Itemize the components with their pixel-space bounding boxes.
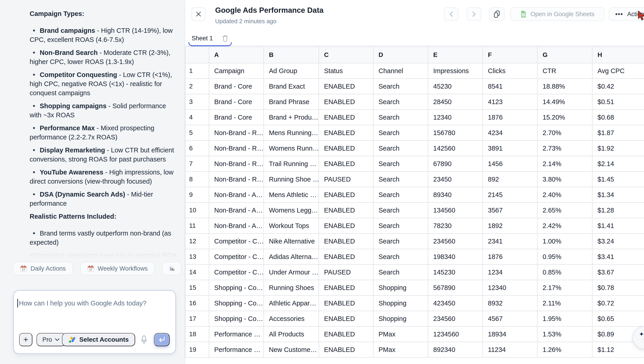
cell-F14[interactable]: 1234 — [483, 264, 537, 280]
cell-B10[interactable]: Womens Legg… — [264, 202, 319, 218]
cell-H14[interactable]: $3.67 — [592, 264, 644, 280]
row-number[interactable]: 10 — [185, 202, 209, 218]
cell-E17[interactable]: 234560 — [428, 311, 483, 326]
chat-composer[interactable]: How can I help you with Google Ads today… — [13, 290, 176, 354]
column-header-B[interactable]: B — [264, 47, 319, 63]
column-header-G[interactable]: G — [537, 47, 592, 63]
daily-actions-chip[interactable]: 17 Daily Actions — [13, 262, 73, 275]
trash-icon[interactable] — [222, 35, 228, 42]
column-header-E[interactable]: E — [428, 47, 483, 63]
cell-F15[interactable]: 12340 — [483, 280, 537, 296]
cell-D12[interactable]: Search — [373, 234, 428, 249]
cell-B13[interactable]: Adidas Alterna… — [264, 249, 319, 264]
cell-F1[interactable]: Clicks — [483, 63, 537, 78]
select-accounts-button[interactable]: Select Accounts — [62, 333, 135, 346]
cell-C4[interactable]: ENABLED — [319, 110, 373, 125]
cell-D2[interactable]: Search — [373, 78, 428, 94]
cell-G16[interactable]: 2.11% — [537, 296, 592, 311]
cell-A10[interactable]: Non-Brand - A… — [209, 202, 264, 218]
cell-C16[interactable]: ENABLED — [319, 296, 373, 311]
cell-B2[interactable]: Brand Exact — [264, 78, 319, 94]
microphone-icon[interactable] — [140, 335, 149, 345]
row-number[interactable]: 16 — [185, 296, 209, 311]
cell-F2[interactable]: 8541 — [483, 78, 537, 94]
cell-B15[interactable]: Running Shoes — [264, 280, 319, 296]
cell-E1[interactable]: Impressions — [428, 63, 483, 78]
cell-G3[interactable]: 14.49% — [537, 94, 592, 110]
cell-E14[interactable]: 145230 — [428, 264, 483, 280]
cell-F3[interactable]: 4123 — [483, 94, 537, 110]
cell-E9[interactable]: 89340 — [428, 187, 483, 202]
cell-E6[interactable]: 142560 — [428, 140, 483, 156]
row-number[interactable]: 5 — [185, 125, 209, 140]
cell-A12[interactable]: Competitor - C… — [209, 234, 264, 249]
cell-D3[interactable]: Search — [373, 94, 428, 110]
cell-D4[interactable]: Search — [373, 110, 428, 125]
cell-C3[interactable]: ENABLED — [319, 94, 373, 110]
cell-B19[interactable]: New Custome… — [264, 342, 319, 358]
cell-F13[interactable]: 1876 — [483, 249, 537, 264]
cell-D8[interactable]: Search — [373, 172, 428, 187]
cell-E3[interactable]: 28450 — [428, 94, 483, 110]
cell-A1[interactable]: Campaign — [209, 63, 264, 78]
cell-D5[interactable]: Search — [373, 125, 428, 140]
cell-F16[interactable]: 8932 — [483, 296, 537, 311]
cell-C17[interactable]: ENABLED — [319, 311, 373, 326]
cell-E4[interactable]: 12340 — [428, 110, 483, 125]
weekly-workflows-chip[interactable]: 17 Weekly Workflows — [81, 262, 155, 275]
cell-H10[interactable]: $1.28 — [592, 202, 644, 218]
cell-H5[interactable]: $1.87 — [592, 125, 644, 140]
row-number[interactable]: 3 — [185, 94, 209, 110]
cell-B14[interactable]: Under Armour … — [264, 264, 319, 280]
cell-H15[interactable]: $0.78 — [592, 280, 644, 296]
cell-F11[interactable]: 1892 — [483, 218, 537, 234]
cell-D9[interactable]: Search — [373, 187, 428, 202]
cell-B18[interactable]: All Products — [264, 326, 319, 342]
row-number[interactable]: 9 — [185, 187, 209, 202]
cell-G7[interactable]: 2.14% — [537, 156, 592, 172]
cell-D14[interactable]: Search — [373, 264, 428, 280]
cell-E16[interactable]: 423450 — [428, 296, 483, 311]
cell-E5[interactable]: 156780 — [428, 125, 483, 140]
cell-G6[interactable]: 2.73% — [537, 140, 592, 156]
cell-C5[interactable]: ENABLED — [319, 125, 373, 140]
cell-A16[interactable]: Shopping - Co… — [209, 296, 264, 311]
cell-F17[interactable]: 4567 — [483, 311, 537, 326]
cell-C9[interactable]: ENABLED — [319, 187, 373, 202]
cell-C10[interactable]: ENABLED — [319, 202, 373, 218]
cell-G15[interactable]: 2.17% — [537, 280, 592, 296]
cell-F6[interactable]: 3891 — [483, 140, 537, 156]
column-header-D[interactable]: D — [373, 47, 428, 63]
cell-H1[interactable]: Avg CPC — [592, 63, 644, 78]
reports-chip[interactable] — [162, 262, 181, 275]
cell-G1[interactable]: CTR — [537, 63, 592, 78]
cell-G17[interactable]: 1.95% — [537, 311, 592, 326]
column-header-F[interactable]: F — [483, 47, 537, 63]
row-number[interactable]: 18 — [185, 326, 209, 342]
column-header-H[interactable]: H — [592, 47, 644, 63]
cell-C19[interactable]: ENABLED — [319, 342, 373, 358]
column-header-C[interactable]: C — [319, 47, 373, 63]
row-number[interactable]: 15 — [185, 280, 209, 296]
cell-B16[interactable]: Athletic Appar… — [264, 296, 319, 311]
cell-C2[interactable]: ENABLED — [319, 78, 373, 94]
cell-H6[interactable]: $1.92 — [592, 140, 644, 156]
previous-button[interactable] — [444, 7, 458, 21]
row-number[interactable]: 12 — [185, 234, 209, 249]
copy-button[interactable] — [489, 7, 504, 21]
row-number[interactable]: 11 — [185, 218, 209, 234]
cell-E18[interactable]: 1234560 — [428, 326, 483, 342]
cell-A5[interactable]: Non-Brand - R… — [209, 125, 264, 140]
cell-H12[interactable]: $3.24 — [592, 234, 644, 249]
cell-E11[interactable]: 78230 — [428, 218, 483, 234]
cell-F8[interactable]: 892 — [483, 172, 537, 187]
cell-A13[interactable]: Competitor - C… — [209, 249, 264, 264]
cell-A9[interactable]: Non-Brand - A… — [209, 187, 264, 202]
cell-D15[interactable]: Shopping — [373, 280, 428, 296]
cell-B6[interactable]: Womens Runn… — [264, 140, 319, 156]
cell-A19[interactable]: Performance … — [209, 342, 264, 358]
corner-cell[interactable] — [185, 47, 209, 63]
row-number[interactable]: 2 — [185, 78, 209, 94]
cell-H16[interactable]: $0.72 — [592, 296, 644, 311]
cell-D7[interactable]: Search — [373, 156, 428, 172]
